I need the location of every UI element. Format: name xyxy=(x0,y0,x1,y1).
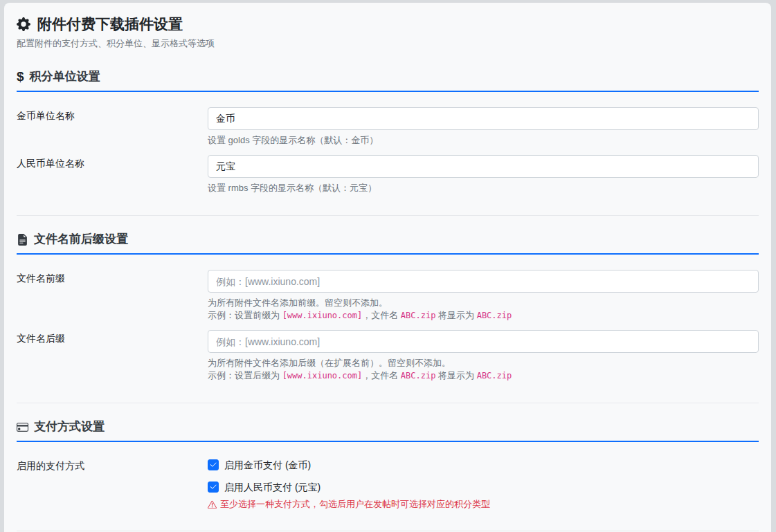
section-title-text: 文件名前后缀设置 xyxy=(34,231,128,248)
gold-payment-checkbox[interactable] xyxy=(208,459,219,470)
help-text-rmb-unit: 设置 rmbs 字段的显示名称（默认：元宝） xyxy=(208,182,759,194)
field-label-filename-suffix: 文件名后缀 xyxy=(17,330,208,382)
form-row-rmb-unit: 人民币单位名称 设置 rmbs 字段的显示名称（默认：元宝） xyxy=(17,155,759,194)
gold-payment-label: 启用金币支付 (金币) xyxy=(224,459,311,471)
check-row-rmb-payment: 启用人民币支付 (元宝) xyxy=(208,479,759,493)
field-label-gold-unit: 金币单位名称 xyxy=(17,107,208,147)
field-label-payment-methods: 启用的支付方式 xyxy=(17,457,208,510)
help-text-filename-suffix: 为所有附件文件名添加后缀（在扩展名前）。留空则不添加。 xyxy=(208,357,759,369)
code-filename-sample: ABC.zip xyxy=(401,371,436,380)
page-title-text: 附件付费下载插件设置 xyxy=(37,15,183,33)
rmb-payment-checkbox[interactable] xyxy=(208,481,219,493)
help-text-filename-prefix: 为所有附件文件名添加前缀。留空则不添加。 xyxy=(208,297,759,309)
form-row-filename-prefix: 文件名前缀 为所有附件文件名添加前缀。留空则不添加。 示例：设置前缀为 [www… xyxy=(17,270,759,322)
page-subtitle: 配置附件的支付方式、积分单位、显示格式等选项 xyxy=(17,37,759,49)
code-result-sample: ABC.zip xyxy=(477,371,512,380)
filename-prefix-input[interactable] xyxy=(208,270,759,293)
page-title: 附件付费下载插件设置 xyxy=(17,15,759,33)
check-row-gold-payment: 启用金币支付 (金币) xyxy=(208,457,759,471)
warning-icon xyxy=(208,500,217,509)
field-label-filename-prefix: 文件名前缀 xyxy=(17,270,208,322)
dollar-icon: $ xyxy=(17,70,24,84)
payment-warning-text: 至少选择一种支付方式，勾选后用户在发帖时可选择对应的积分类型 xyxy=(220,499,490,510)
payment-warning: 至少选择一种支付方式，勾选后用户在发帖时可选择对应的积分类型 xyxy=(208,499,759,510)
field-label-rmb-unit: 人民币单位名称 xyxy=(17,155,208,194)
section-divider xyxy=(17,531,759,531)
section-divider xyxy=(17,403,759,403)
form-row-filename-suffix: 文件名后缀 为所有附件文件名添加后缀（在扩展名前）。留空则不添加。 示例：设置后… xyxy=(17,330,759,382)
code-suffix-sample: [www.ixiuno.com] xyxy=(282,371,363,380)
credit-card-icon xyxy=(17,421,28,433)
code-prefix-sample: [www.ixiuno.com] xyxy=(282,311,363,320)
section-title-filename: 文件名前后缀设置 xyxy=(17,231,759,255)
filename-suffix-input[interactable] xyxy=(208,330,759,353)
help-text-gold-unit: 设置 golds 字段的显示名称（默认：金币） xyxy=(208,134,759,147)
gold-unit-input[interactable] xyxy=(208,107,759,130)
form-row-gold-unit: 金币单位名称 设置 golds 字段的显示名称（默认：金币） xyxy=(17,107,759,147)
code-filename-sample: ABC.zip xyxy=(401,311,436,320)
section-title-payment: 支付方式设置 xyxy=(17,419,759,442)
gear-icon xyxy=(17,17,30,31)
example-text-filename-suffix: 示例：设置后缀为 [www.ixiuno.com]，文件名 ABC.zip 将显… xyxy=(208,369,759,382)
rmb-payment-label: 启用人民币支付 (元宝) xyxy=(224,481,321,493)
code-result-sample: ABC.zip xyxy=(477,311,512,320)
form-row-payment-methods: 启用的支付方式 启用金币支付 (金币) 启用人民币支付 (元宝) xyxy=(17,457,759,510)
file-text-icon xyxy=(17,234,28,246)
section-divider xyxy=(17,215,759,216)
settings-card: 附件付费下载插件设置 配置附件的支付方式、积分单位、显示格式等选项 $ 积分单位… xyxy=(4,3,771,532)
rmb-unit-input[interactable] xyxy=(208,155,759,178)
section-title-point-units: $ 积分单位设置 xyxy=(17,68,759,92)
example-text-filename-prefix: 示例：设置前缀为 [www.ixiuno.com]，文件名 ABC.zip 将显… xyxy=(208,309,759,322)
section-title-text: 积分单位设置 xyxy=(30,68,100,85)
section-title-text: 支付方式设置 xyxy=(34,419,105,435)
